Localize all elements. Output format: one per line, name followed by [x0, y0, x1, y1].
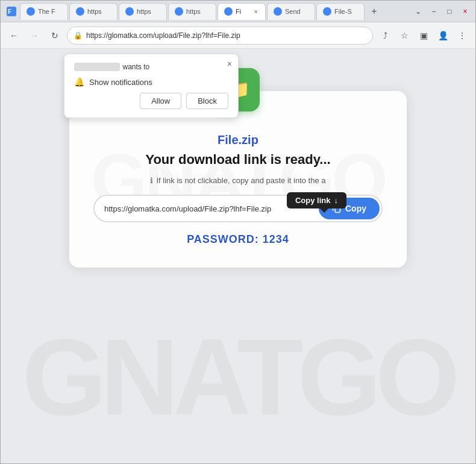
notification-permission-label: Show notifications	[89, 78, 152, 87]
chevron-down-icon[interactable]: ⌄	[413, 6, 424, 17]
url-row-container: Copy link ↓ https://glomatka.com/upload/…	[93, 195, 383, 222]
tab-4-icon	[175, 7, 183, 16]
lock-icon: 🔒	[74, 31, 83, 40]
card-hint: ℹ If link is not clickable, copy and pas…	[93, 176, 383, 185]
toolbar-right: ⤴ ☆ ▣ 👤 ⋮	[377, 27, 471, 44]
background-watermark: GNATGO	[22, 315, 454, 439]
close-button[interactable]: ×	[460, 6, 471, 17]
notification-permission-row: 🔔 Show notifications	[74, 77, 228, 87]
share-icon[interactable]: ⤴	[377, 27, 393, 44]
notification-buttons: Allow Block	[74, 93, 228, 109]
browser-toolbar: ← → ↻ 🔒 https://glomatka.com/upload/File…	[1, 22, 475, 49]
window-controls: ⌄ − □ ×	[413, 6, 471, 17]
new-tab-button[interactable]: +	[366, 3, 383, 20]
tab-3[interactable]: https	[119, 3, 167, 20]
forward-button[interactable]: →	[26, 27, 43, 44]
address-bar[interactable]: 🔒 https://glomatka.com/upload/File.zip?l…	[67, 27, 373, 45]
profile-icon[interactable]: 👤	[434, 27, 451, 44]
tab-2-icon	[76, 7, 84, 16]
bell-icon: 🔔	[74, 77, 84, 87]
refresh-button[interactable]: ↻	[46, 27, 63, 44]
notification-popup: × glomatka.com wants to 🔔 Show notificat…	[64, 54, 239, 118]
tab-5-icon	[224, 7, 233, 16]
back-button[interactable]: ←	[5, 27, 22, 44]
notification-site-name: glomatka.com	[74, 63, 120, 71]
svg-text:F: F	[8, 8, 11, 15]
browser-app-icon: F	[5, 5, 17, 17]
page-content: GNATGO × glomatka.com wants to 🔔 Show no…	[1, 49, 475, 463]
tab-2[interactable]: https	[69, 3, 117, 20]
browser-window: F The F https https https Fi × Send	[0, 0, 476, 464]
card-file-title: File.zip	[93, 133, 383, 147]
tab-7[interactable]: File-S	[316, 3, 365, 20]
tab-1[interactable]: The F	[20, 3, 68, 20]
minimize-button[interactable]: −	[428, 6, 439, 17]
card-hint-text: If link is not clickable, copy and paste…	[156, 176, 325, 185]
notification-wants-text: wants to	[122, 63, 149, 71]
info-icon: ℹ	[150, 176, 153, 185]
copy-link-arrow-icon: ↓	[334, 196, 339, 205]
bookmark-icon[interactable]: ☆	[396, 27, 413, 44]
tab-5-close-button[interactable]: ×	[253, 8, 259, 15]
card-headline: Your download link is ready...	[93, 152, 383, 168]
tab-4[interactable]: https	[168, 3, 216, 20]
tab-3-icon	[125, 7, 134, 16]
maximize-button[interactable]: □	[444, 6, 455, 17]
notification-close-button[interactable]: ×	[227, 59, 232, 69]
sidebar-icon[interactable]: ▣	[415, 27, 432, 44]
notification-site: glomatka.com wants to	[74, 63, 228, 71]
password-text: PASSWORD: 1234	[93, 233, 383, 246]
tab-7-icon	[323, 7, 331, 16]
copy-link-tooltip: Copy link ↓	[287, 192, 346, 208]
url-text: https://glomatka.com/upload/File.zip?lhf…	[104, 197, 317, 221]
tab-1-icon	[27, 7, 35, 16]
copy-button-label: Copy	[345, 204, 366, 213]
address-text: https://glomatka.com/upload/File.zip?lhf…	[86, 31, 366, 40]
tab-6[interactable]: Send	[267, 3, 315, 20]
menu-icon[interactable]: ⋮	[454, 27, 471, 44]
tab-5-active[interactable]: Fi ×	[218, 3, 266, 20]
copy-link-tooltip-text: Copy link	[295, 196, 331, 205]
block-button[interactable]: Block	[186, 93, 228, 109]
allow-button[interactable]: Allow	[140, 93, 181, 109]
tab-bar: F The F https https https Fi × Send	[1, 1, 475, 22]
tab-6-icon	[274, 7, 282, 16]
